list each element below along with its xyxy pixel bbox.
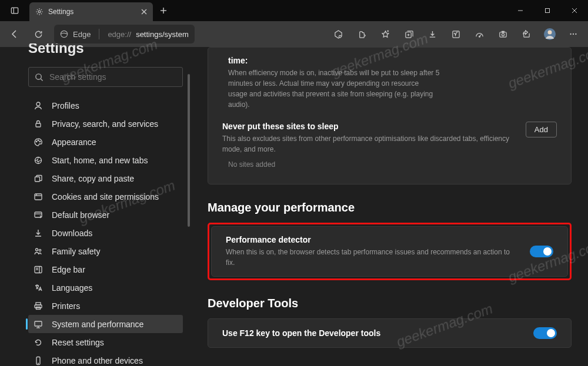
sidebar-item-languages[interactable]: Languages [28,278,183,297]
performance-detector-desc: When this is on, the browser detects tab… [226,247,518,268]
sidebar-item-system[interactable]: System and performance [28,315,183,333]
svg-point-35 [38,140,39,141]
svg-point-34 [36,141,37,142]
refresh-button[interactable] [27,23,49,45]
manage-performance-heading: Manage your performance [208,201,572,214]
efficiency-card: time: When efficiency mode is on, inacti… [208,47,572,184]
maximize-button[interactable] [534,0,561,21]
svg-point-11 [61,31,67,37]
svg-point-27 [570,33,571,35]
settings-sidebar: Settings Profiles Privacy, search, and s… [0,47,191,366]
svg-rect-0 [11,8,18,14]
sidebar-item-appearance[interactable]: Appearance [28,133,183,151]
settings-heading: Settings [28,43,183,56]
extensions-icon[interactable] [350,23,373,45]
performance-detector-toggle[interactable] [530,246,553,257]
nav-label: Start, home, and new tabs [52,156,148,165]
close-window-button[interactable] [561,0,588,21]
svg-rect-38 [35,177,40,182]
edge-icon [60,30,68,38]
nav-label: Downloads [52,229,92,238]
sidebar-item-edge-bar[interactable]: Edge bar [28,260,183,278]
time-desc: When efficiency mode is on, inactive tab… [228,68,440,110]
time-title: time: [228,56,557,65]
nav-label: Reset settings [52,338,104,347]
tab-title: Settings [48,8,136,16]
sidebar-item-share[interactable]: Share, copy and paste [28,169,183,187]
sidebar-item-cookies[interactable]: Cookies and site permissions [28,187,183,206]
nav-label: Default browser [52,210,109,220]
menu-button[interactable] [562,23,584,45]
performance-detector-card: Performance detector When this is on, th… [211,226,568,277]
svg-rect-22 [499,32,506,36]
svg-rect-39 [35,194,42,200]
sidebar-item-downloads[interactable]: Downloads [28,224,183,242]
sidebar-item-profiles[interactable]: Profiles [28,96,183,115]
search-settings-input[interactable] [28,67,183,87]
sidebar-item-privacy[interactable]: Privacy, search, and services [28,115,183,133]
main-content: time: When efficiency mode is on, inacti… [191,47,588,366]
sidebar-item-reset[interactable]: Reset settings [28,333,183,351]
svg-rect-51 [35,305,42,308]
nav-label: System and performance [52,320,143,329]
back-button[interactable] [4,23,26,45]
search-icon [35,73,44,82]
math-icon[interactable] [445,23,467,45]
tab-actions-button[interactable] [0,0,29,21]
highlight-annotation: Performance detector When this is on, th… [208,223,572,280]
favorites-icon[interactable] [374,23,396,45]
f12-toggle[interactable] [533,327,557,339]
performance-icon[interactable] [468,23,490,45]
minimize-button[interactable] [507,0,534,21]
browser-tab[interactable]: Settings [29,2,153,21]
svg-point-13 [339,35,341,38]
svg-point-32 [36,102,40,106]
nav-label: Share, copy and paste [52,174,134,183]
share-icon[interactable] [515,23,537,45]
nav-label: Family safety [52,247,100,256]
svg-rect-8 [546,9,550,13]
add-site-button[interactable]: Add [526,122,557,137]
svg-line-31 [41,79,42,80]
screenshot-icon[interactable] [492,23,514,45]
title-bar: Settings [0,0,588,21]
new-tab-button[interactable] [153,7,174,14]
collections-icon[interactable] [397,23,420,45]
address-bar[interactable]: Edge edge://settings/system [54,25,195,43]
tracking-icon[interactable] [327,23,349,45]
sidebar-item-printers[interactable]: Printers [28,297,183,315]
sidebar-scrollbar[interactable] [188,74,190,227]
profile-avatar[interactable] [539,23,561,45]
never-sleep-title: Never put these sites to sleep [222,122,514,131]
svg-rect-53 [35,321,42,326]
svg-point-30 [36,73,41,79]
nav-label: Cookies and site permissions [52,192,159,202]
sidebar-item-family[interactable]: Family safety [28,242,183,260]
svg-point-36 [39,141,41,142]
sidebar-item-phone[interactable]: Phone and other devices [28,351,183,366]
f12-card: Use F12 key to open the Developer tools [208,318,572,348]
nav-label: Edge bar [52,265,85,274]
never-sleep-desc: This also excludes sites from other perf… [222,133,514,155]
svg-point-2 [38,11,41,13]
nav-label: Phone and other devices [52,356,143,365]
address-browser-name: Edge [73,30,91,39]
nav-label: Appearance [52,137,96,147]
svg-rect-33 [36,123,41,127]
downloads-icon[interactable] [421,23,443,45]
sidebar-item-default-browser[interactable]: Default browser [28,206,183,224]
address-url-path: settings/system [136,30,189,39]
svg-point-26 [548,31,552,35]
address-url-scheme: edge:// [108,30,131,39]
gear-icon [35,8,44,16]
performance-detector-title: Performance detector [226,235,518,244]
f12-title: Use F12 key to open the Developer tools [222,328,380,338]
close-icon[interactable] [141,9,147,15]
svg-point-29 [575,33,576,35]
developer-tools-heading: Developer Tools [208,297,572,310]
nav-label: Languages [52,283,92,293]
sidebar-item-start[interactable]: Start, home, and new tabs [28,151,183,169]
svg-point-21 [479,36,480,37]
no-sites-note: No sites added [222,155,557,169]
nav-label: Privacy, search, and services [52,119,158,129]
